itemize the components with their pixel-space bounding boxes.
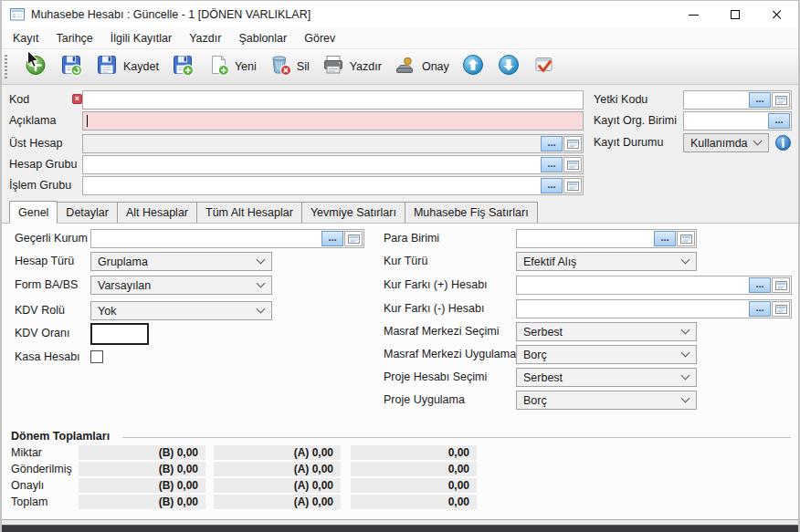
tab-muhasebe-fis-satirlari[interactable]: Muhasebe Fiş Satırları: [405, 202, 538, 223]
menu-kayit[interactable]: Kayıt: [10, 30, 42, 47]
new-label: Yeni: [235, 60, 257, 73]
kur-farki-arti-input[interactable]: [517, 276, 748, 294]
kur-turu-label: Kur Türü: [384, 252, 427, 271]
period-totals-title: Dönem Toplamları: [11, 430, 110, 443]
kayit-org-birimi-lookup-button[interactable]: ...: [768, 113, 790, 129]
kur-farki-arti-lookup-button[interactable]: ...: [749, 277, 771, 293]
aciklama-label: Açıklama: [9, 111, 56, 130]
yetki-kodu-input[interactable]: [684, 91, 748, 109]
add-record-button[interactable]: [24, 53, 47, 80]
group-divider: [122, 437, 791, 438]
menu-gorev[interactable]: Görev: [301, 30, 338, 47]
kayit-durumu-label: Kayıt Durumu: [594, 133, 663, 152]
chevron-down-icon: [681, 371, 690, 381]
kur-farki-eksi-input[interactable]: [517, 300, 748, 318]
arrow-up-icon: [461, 53, 485, 80]
gecerli-kurum-label: Geçerli Kurum: [15, 229, 88, 248]
delete-button[interactable]: Sil: [268, 53, 310, 80]
ellipsis-icon: ...: [660, 232, 668, 243]
chevron-down-icon: [257, 256, 266, 265]
form-babs-select[interactable]: Varsayılan: [90, 276, 272, 295]
ust-hesap-input[interactable]: [83, 135, 540, 152]
islem-grubu-lookup-button[interactable]: ...: [541, 178, 563, 193]
ellipsis-icon: ...: [774, 114, 783, 125]
maximize-button[interactable]: [714, 1, 756, 28]
islem-grubu-input[interactable]: [83, 177, 540, 194]
yetki-kodu-lookup-button[interactable]: ...: [749, 92, 771, 108]
hesap-turu-value: Gruplama: [98, 256, 148, 268]
kur-farki-arti-open-button[interactable]: [772, 277, 790, 293]
app-window: Muhasebe Hesabı : Güncelle - 1 [DÖNEN VA…: [0, 0, 800, 532]
toolbar-grip[interactable]: [5, 55, 7, 78]
new-button[interactable]: Yeni: [206, 53, 257, 80]
ellipsis-icon: ...: [755, 302, 763, 313]
print-button[interactable]: Yazdır: [321, 53, 382, 80]
kayit-durumu-select[interactable]: Kullanımda: [683, 133, 769, 152]
minimize-button[interactable]: [672, 1, 714, 28]
para-birimi-input[interactable]: [517, 230, 653, 247]
kod-label: Kod: [9, 90, 29, 110]
form-babs-label: Form BA/BS: [15, 276, 78, 295]
tab-tum-alt-hesaplar[interactable]: Tüm Alt Hesaplar: [196, 202, 302, 223]
hesap-grubu-lookup-button[interactable]: ...: [541, 157, 563, 172]
save-refresh-button[interactable]: [59, 53, 83, 80]
hesap-grubu-input[interactable]: [83, 156, 540, 173]
hesap-grubu-label: Hesap Grubu: [9, 155, 77, 174]
tab-genel[interactable]: Genel: [9, 201, 58, 224]
navigate-down-button[interactable]: [497, 53, 521, 80]
close-button[interactable]: [756, 1, 798, 28]
kur-farki-eksi-lookup-button[interactable]: ...: [749, 301, 771, 317]
gecerli-kurum-lookup-button[interactable]: ...: [321, 231, 343, 246]
kur-farki-arti-field: ...: [516, 276, 792, 295]
yetki-kodu-label: Yetki Kodu: [594, 90, 647, 110]
proje-uygulama-value: Borç: [523, 394, 547, 407]
ellipsis-icon: ...: [547, 137, 555, 148]
kur-farki-eksi-label: Kur Farkı (-) Hesabı: [384, 299, 484, 318]
masraf-merkezi-uygulama-label: Masraf Merkezi Uygulama: [384, 345, 516, 364]
navigate-up-button[interactable]: [461, 53, 485, 80]
hesap-grubu-open-button[interactable]: [563, 157, 582, 172]
islem-grubu-field: ...: [82, 176, 584, 195]
menu-sablonlar[interactable]: Şablonlar: [236, 30, 289, 47]
save-new-icon: [171, 53, 195, 80]
para-birimi-field: ...: [516, 229, 697, 248]
gecerli-kurum-input[interactable]: [91, 230, 321, 247]
kur-farki-arti-label: Kur Farkı (+) Hesabı: [384, 276, 488, 295]
proje-uygulama-select[interactable]: Borç: [516, 391, 697, 410]
masraf-merkezi-uygulama-select[interactable]: Borç: [516, 345, 697, 364]
approve-label: Onay: [422, 60, 449, 73]
save-button[interactable]: Kaydet: [95, 53, 159, 80]
yetki-kodu-open-button[interactable]: [772, 92, 790, 108]
complete-button[interactable]: [532, 53, 556, 80]
approve-button[interactable]: Onay: [394, 53, 449, 80]
islem-grubu-open-button[interactable]: [563, 178, 582, 193]
masraf-merkezi-secimi-select[interactable]: Serbest: [516, 322, 697, 341]
save-new-button[interactable]: [171, 53, 195, 80]
chevron-down-icon: [753, 137, 763, 146]
hesap-turu-select[interactable]: Gruplama: [90, 252, 272, 271]
info-icon[interactable]: [775, 135, 791, 154]
tab-yevmiye-satirlari[interactable]: Yevmiye Satırları: [301, 202, 405, 223]
menu-tarihce[interactable]: Tarihçe: [54, 30, 96, 47]
kur-turu-select[interactable]: Efektif Alış: [516, 252, 697, 271]
proje-hesabi-secimi-select[interactable]: Serbest: [516, 368, 697, 387]
kur-farki-eksi-open-button[interactable]: [772, 301, 790, 317]
ust-hesap-lookup-button[interactable]: ...: [541, 136, 563, 151]
para-birimi-open-button[interactable]: [677, 231, 695, 246]
kayit-org-birimi-input[interactable]: [684, 112, 767, 130]
gecerli-kurum-open-button[interactable]: [344, 231, 363, 246]
totals-debit-value: (B) 0,00: [79, 445, 205, 460]
totals-net-value: 0,00: [351, 462, 477, 476]
kdv-orani-input[interactable]: [90, 323, 149, 345]
menu-yazdir[interactable]: Yazdır: [186, 30, 224, 47]
totals-credit-value: (A) 0,00: [214, 445, 341, 460]
aciklama-input[interactable]: [88, 112, 583, 130]
menu-ilgili-kayitlar[interactable]: İlgili Kayıtlar: [108, 30, 174, 47]
kdv-rolu-select[interactable]: Yok: [90, 301, 272, 320]
ust-hesap-open-button[interactable]: [563, 136, 582, 151]
tab-alt-hesaplar[interactable]: Alt Hesaplar: [117, 202, 197, 223]
para-birimi-lookup-button[interactable]: ...: [654, 231, 676, 246]
tab-detaylar[interactable]: Detaylar: [57, 202, 118, 223]
kasa-hesabi-checkbox[interactable]: [90, 350, 103, 363]
kod-input[interactable]: [83, 91, 583, 109]
